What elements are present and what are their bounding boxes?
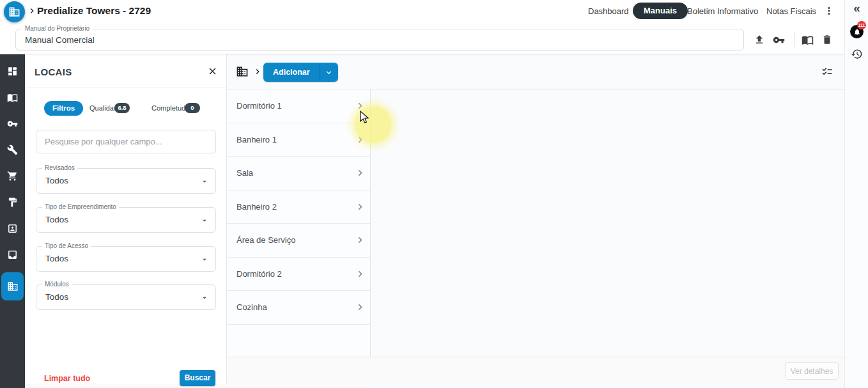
breadcrumb-chevron-icon <box>252 66 263 77</box>
cart-icon <box>7 171 18 182</box>
list-item[interactable]: Sala <box>227 157 370 190</box>
adicionar-split-button[interactable]: Adicionar <box>263 63 338 82</box>
module-sidebar <box>0 54 25 388</box>
inbox-icon <box>7 249 18 260</box>
notifications-button[interactable]: 111 <box>850 25 864 38</box>
manual-field-label: Manual do Proprietário <box>22 25 92 32</box>
locais-panel-header: LOCAIS <box>25 54 226 88</box>
building-icon <box>7 281 19 292</box>
manual-name-input[interactable] <box>16 29 743 50</box>
upload-icon[interactable] <box>754 34 765 45</box>
history-icon[interactable] <box>851 48 863 60</box>
ver-detalhes-button[interactable]: Ver detalhes <box>785 362 839 380</box>
sidebar-item-compras[interactable] <box>0 163 25 189</box>
locais-toolbar: Adicionar <box>227 54 844 89</box>
sidebar-item-documentos[interactable] <box>0 242 25 268</box>
close-icon[interactable] <box>207 66 218 77</box>
search-input[interactable] <box>36 130 215 153</box>
filter-modulos[interactable]: Módulos Todos <box>36 284 216 310</box>
nav-dashboard[interactable]: Dashboard <box>588 6 629 16</box>
filter-value: Todos <box>45 247 68 271</box>
nav-boletim-informativo[interactable]: Boletim Informativo <box>687 6 758 16</box>
filter-value: Todos <box>45 285 68 309</box>
book-icon[interactable] <box>802 34 814 46</box>
header-icon-divider <box>794 33 794 47</box>
chevron-down-icon <box>200 255 209 264</box>
collapse-panel-icon[interactable]: « <box>845 1 868 15</box>
page-title: Predialize Towers - 2729 <box>37 5 151 17</box>
sidebar-item-dashboard[interactable] <box>0 58 25 84</box>
list-item[interactable]: Cozinha <box>227 291 370 325</box>
room-label: Dormitório 2 <box>236 269 282 279</box>
sidebar-item-acabamentos[interactable] <box>0 189 25 215</box>
contact-badge-icon <box>7 223 18 234</box>
chevron-right-icon[interactable] <box>354 268 366 280</box>
tab-filtros[interactable]: Filtros <box>44 101 83 116</box>
sidebar-item-acessos[interactable] <box>0 111 25 137</box>
filter-tipo-acesso[interactable]: Tipo de Acesso Todos <box>36 246 216 272</box>
adicionar-dropdown-toggle[interactable] <box>320 63 338 82</box>
list-item[interactable]: Dormitório 2 <box>227 258 370 291</box>
locais-content: Adicionar Dormitório 1 Banheiro 1 Sala <box>227 54 844 384</box>
checklist-icon[interactable] <box>821 66 833 77</box>
chevron-right-icon[interactable] <box>354 201 366 213</box>
completude-badge: 0 <box>185 103 200 113</box>
key-icon <box>7 118 18 129</box>
sidebar-item-contatos[interactable] <box>0 215 25 242</box>
room-label: Sala <box>236 168 253 178</box>
chevron-right-icon[interactable] <box>354 134 366 146</box>
room-label: Área de Serviço <box>236 235 296 245</box>
adicionar-button[interactable]: Adicionar <box>263 63 320 82</box>
trash-icon[interactable] <box>821 34 833 45</box>
filter-value: Todos <box>45 208 68 232</box>
chevron-right-icon[interactable] <box>354 167 366 179</box>
more-options-icon[interactable] <box>823 5 835 17</box>
app-logo[interactable] <box>4 1 25 22</box>
sidebar-item-manutencao[interactable] <box>0 137 25 163</box>
tab-completude[interactable]: Completude <box>151 104 189 112</box>
filter-tipo-empreendimento[interactable]: Tipo de Empreendimento Todos <box>36 207 216 233</box>
locais-panel: LOCAIS Filtros Qualidade 6.8 Completude … <box>25 54 227 384</box>
list-item[interactable]: Dormitório 1 <box>227 89 370 123</box>
filter-value: Todos <box>45 169 68 193</box>
list-item[interactable]: Banheiro 2 <box>227 190 370 224</box>
panel-title: LOCAIS <box>35 66 72 77</box>
clear-all-link[interactable]: Limpar tudo <box>44 374 90 383</box>
chevron-right-icon[interactable] <box>354 301 366 313</box>
chevron-down-icon <box>200 177 209 186</box>
key-icon[interactable] <box>773 34 785 46</box>
chevron-right-icon[interactable] <box>354 100 366 112</box>
nav-notas-fiscais[interactable]: Notas Fiscais <box>766 6 816 16</box>
room-label: Banheiro 2 <box>236 202 277 212</box>
chevron-down-icon <box>200 216 209 225</box>
sidebar-item-manuais[interactable] <box>0 84 25 111</box>
room-list: Dormitório 1 Banheiro 1 Sala Banheiro 2 … <box>227 89 371 357</box>
chevron-down-icon <box>200 293 209 302</box>
search-field[interactable] <box>36 130 216 153</box>
list-item[interactable]: Banheiro 1 <box>227 123 370 157</box>
notifications-badge: 111 <box>857 21 866 29</box>
top-header: Predialize Towers - 2729 Dashboard Manua… <box>0 0 844 54</box>
building-icon <box>8 6 20 18</box>
detail-footer: Ver detalhes <box>227 357 844 384</box>
detail-empty-area <box>371 89 844 388</box>
list-item[interactable]: Área de Serviço <box>227 224 370 258</box>
nav-manuais[interactable]: Manuais <box>633 3 688 19</box>
filter-revisados[interactable]: Revisados Todos <box>36 168 216 194</box>
building-icon[interactable] <box>236 65 249 78</box>
room-label: Cozinha <box>236 302 267 312</box>
buscar-button[interactable]: Buscar <box>180 370 215 386</box>
book-icon <box>7 92 18 103</box>
dashboard-icon <box>7 66 18 77</box>
right-rail: « 111 <box>844 0 868 388</box>
app-root: Predialize Towers - 2729 Dashboard Manua… <box>0 0 868 388</box>
chevron-down-icon <box>324 68 334 77</box>
sidebar-item-locais-active[interactable] <box>1 272 24 300</box>
paint-roller-icon <box>7 197 18 208</box>
chevron-right-icon[interactable] <box>354 234 366 246</box>
breadcrumb-chevron-icon <box>27 6 37 16</box>
room-label: Banheiro 1 <box>236 135 277 144</box>
wrench-icon <box>7 144 18 155</box>
manual-name-field[interactable]: Manual do Proprietário <box>15 29 744 50</box>
room-label: Dormitório 1 <box>236 101 282 111</box>
